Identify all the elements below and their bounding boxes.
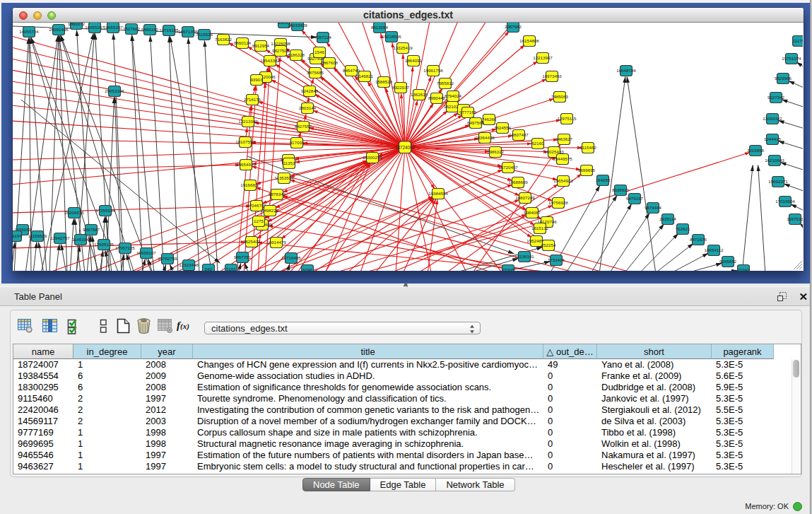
svg-text:10807487: 10807487 — [509, 132, 529, 137]
svg-text:9529966: 9529966 — [775, 76, 792, 81]
svg-text:8322037: 8322037 — [392, 85, 410, 90]
svg-text:16914479: 16914479 — [266, 240, 286, 245]
svg-text:19654923: 19654923 — [236, 162, 256, 167]
svg-text:542: 542 — [205, 267, 213, 271]
svg-text:3624554: 3624554 — [494, 125, 512, 130]
svg-text:11175: 11175 — [793, 38, 803, 43]
svg-text:6466160: 6466160 — [141, 27, 159, 32]
svg-text:9397587: 9397587 — [83, 227, 100, 232]
svg-text:9457791: 9457791 — [234, 255, 252, 259]
svg-text:10973493: 10973493 — [542, 74, 562, 78]
svg-text:16055267: 16055267 — [85, 25, 105, 30]
svg-text:9227342: 9227342 — [767, 95, 785, 100]
svg-text:29053346: 29053346 — [105, 88, 124, 93]
svg-text:9777169: 9777169 — [459, 110, 477, 115]
svg-text:20364436: 20364436 — [475, 135, 495, 140]
svg-text:1588520: 1588520 — [375, 79, 393, 84]
svg-text:2087682: 2087682 — [505, 24, 522, 29]
svg-text:2803144: 2803144 — [299, 105, 317, 110]
svg-text:18300295: 18300295 — [363, 155, 382, 160]
svg-text:19756928: 19756928 — [548, 200, 568, 205]
svg-text:14055724: 14055724 — [19, 29, 39, 34]
svg-text:10242: 10242 — [737, 267, 750, 271]
svg-text:9827505: 9827505 — [272, 48, 290, 53]
svg-text:12093322: 12093322 — [763, 116, 782, 121]
svg-text:7163822: 7163822 — [215, 37, 233, 42]
svg-text:8454749: 8454749 — [343, 68, 360, 73]
svg-text:16648784: 16648784 — [616, 68, 636, 73]
svg-text:17957225: 17957225 — [115, 245, 135, 250]
svg-text:8186328: 8186328 — [288, 52, 305, 57]
svg-text:3875685: 3875685 — [307, 70, 324, 75]
svg-text:9296: 9296 — [302, 267, 312, 271]
svg-text:18807249: 18807249 — [515, 195, 535, 200]
svg-text:19961758: 19961758 — [423, 68, 443, 73]
svg-text:62160: 62160 — [531, 141, 544, 146]
svg-text:16033809: 16033809 — [288, 23, 307, 28]
svg-text:10655267: 10655267 — [103, 25, 123, 30]
svg-text:1546: 1546 — [314, 49, 324, 54]
svg-text:12323448: 12323448 — [179, 262, 199, 267]
svg-text:7986322: 7986322 — [487, 149, 505, 154]
svg-text:10107552: 10107552 — [235, 139, 255, 144]
svg-text:8912954: 8912954 — [252, 43, 270, 48]
svg-text:1275: 1275 — [254, 218, 264, 223]
svg-text:12213967: 12213967 — [533, 55, 553, 60]
svg-text:1733426: 1733426 — [548, 257, 565, 262]
svg-text:19218506: 19218506 — [382, 34, 401, 39]
svg-text:9146821: 9146821 — [356, 74, 374, 78]
svg-text:8813054: 8813054 — [371, 25, 389, 30]
svg-text:19384554: 19384554 — [428, 191, 448, 196]
svg-text:7357224: 7357224 — [314, 35, 332, 40]
svg-text:15720407: 15720407 — [498, 165, 518, 170]
svg-text:5498222: 5498222 — [261, 208, 279, 213]
svg-text:12505135: 12505135 — [94, 242, 114, 247]
svg-text:10543382: 10543382 — [260, 58, 280, 63]
svg-text:1145194: 1145194 — [72, 237, 89, 242]
svg-text:17359934: 17359934 — [95, 208, 115, 213]
svg-text:18724007: 18724007 — [395, 145, 416, 150]
svg-text:8990448: 8990448 — [428, 95, 446, 100]
svg-text:6479197: 6479197 — [626, 196, 644, 201]
svg-text:12213369: 12213369 — [238, 119, 258, 124]
svg-text:19166827: 19166827 — [240, 182, 260, 187]
svg-text:10719185: 10719185 — [159, 28, 179, 33]
svg-text:1864091: 1864091 — [405, 58, 423, 63]
svg-text:13325419: 13325419 — [393, 45, 413, 50]
svg-text:15136141: 15136141 — [514, 254, 534, 259]
svg-text:9115460: 9115460 — [579, 145, 596, 150]
svg-text:252254: 252254 — [541, 243, 556, 247]
svg-text:9084067: 9084067 — [524, 210, 541, 215]
svg-text:9242848: 9242848 — [301, 88, 319, 93]
svg-text:8878342: 8878342 — [269, 192, 286, 197]
svg-text:17016504: 17016504 — [775, 199, 795, 204]
svg-text:10654112: 10654112 — [704, 247, 724, 252]
svg-text:15305: 15305 — [502, 267, 514, 271]
svg-text:16210643: 16210643 — [765, 158, 784, 163]
svg-text:16782759: 16782759 — [158, 256, 177, 261]
svg-text:12942757: 12942757 — [50, 235, 70, 240]
svg-text:762621: 762621 — [676, 226, 690, 231]
svg-text:6497568: 6497568 — [467, 120, 485, 125]
svg-text:12975115: 12975115 — [557, 116, 577, 121]
svg-text:5161: 5161 — [226, 267, 236, 271]
svg-text:8660124: 8660124 — [234, 40, 252, 45]
svg-text:2718176: 2718176 — [244, 97, 261, 102]
svg-text:3215958: 3215958 — [747, 148, 765, 153]
svg-text:7955812: 7955812 — [437, 81, 454, 86]
svg-text:20091406: 20091406 — [49, 27, 69, 32]
svg-text:19654923: 19654923 — [553, 178, 573, 183]
svg-text:11353594: 11353594 — [274, 175, 294, 180]
svg-text:917006: 917006 — [290, 140, 305, 145]
svg-text:9699695: 9699695 — [578, 168, 596, 173]
svg-text:93903: 93903 — [250, 77, 263, 82]
svg-text:7625402: 7625402 — [243, 239, 261, 244]
svg-text:20206576: 20206576 — [64, 210, 84, 215]
svg-text:13449575: 13449575 — [553, 156, 572, 161]
svg-text:1244415: 1244415 — [764, 136, 782, 141]
svg-text:9463627: 9463627 — [555, 136, 573, 141]
svg-text:164095: 164095 — [596, 177, 611, 182]
svg-text:8427552: 8427552 — [295, 124, 312, 129]
svg-text:10688609: 10688609 — [508, 180, 528, 185]
svg-text:1860372: 1860372 — [68, 23, 86, 26]
